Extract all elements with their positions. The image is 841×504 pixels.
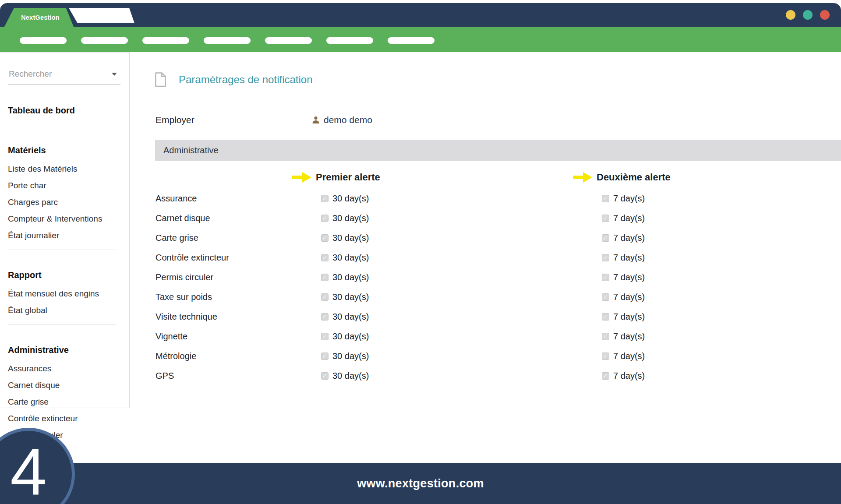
alert-columns-header: Premier alerte Deuxième alerte [130,171,841,184]
alert-days-value: 7 day(s) [613,194,645,204]
search-placeholder: Rechercher [9,69,52,79]
control-dot-teal[interactable] [803,10,813,20]
alert-days-value: 30 day(s) [332,331,369,342]
menu-item-placeholder[interactable] [204,37,251,44]
row-label: GPS [155,371,321,381]
table-row: Visite technique30 day(s)7 day(s) [130,307,841,327]
sidebar-item[interactable]: État global [8,306,120,315]
alert-cell: 7 day(s) [602,371,841,381]
sidebar-item[interactable]: État mensuel des engins [8,289,120,299]
alert-days-value: 30 day(s) [332,213,369,223]
alert-cell: 30 day(s) [321,233,602,243]
sidebar-section-heading: Rapport [8,270,120,280]
employer-label: Employer [155,115,312,125]
sidebar-item[interactable]: Carnet disque [8,381,120,390]
menu-item-placeholder[interactable] [142,37,189,44]
control-dot-red[interactable] [820,10,830,20]
alert-cell: 30 day(s) [321,331,602,342]
alert-days-value: 30 day(s) [332,371,369,381]
sidebar-divider [8,125,116,125]
checkbox-icon[interactable] [321,195,329,202]
checkbox-icon[interactable] [602,254,609,261]
footer: www.nextgestion.com [0,463,841,504]
sidebar-item[interactable]: État journalier [8,231,120,240]
alert-cell: 7 day(s) [602,213,841,223]
checkbox-icon[interactable] [602,195,609,202]
table-row: Métrologie30 day(s)7 day(s) [130,346,841,366]
checkbox-icon[interactable] [321,333,329,340]
main-menubar [0,27,841,52]
app-window: NextGestion Rechercher Tableau de bordMa… [0,3,841,504]
table-row: Vignette30 day(s)7 day(s) [130,327,841,346]
page-number: 4 [10,439,46,504]
alert-cell: 30 day(s) [321,272,602,282]
checkbox-icon[interactable] [321,293,329,301]
alert-cell: 7 day(s) [602,272,841,282]
checkbox-icon[interactable] [602,234,609,242]
alert-days-value: 7 day(s) [613,213,645,223]
checkbox-icon[interactable] [602,274,609,281]
table-row: Permis circuler30 day(s)7 day(s) [130,268,841,287]
checkbox-icon[interactable] [321,215,329,222]
employer-value[interactable]: demo demo [324,115,372,125]
section-header-bar: Administrative [155,140,841,161]
alert-days-value: 30 day(s) [332,194,369,204]
checkbox-icon[interactable] [321,254,329,261]
menu-item-placeholder[interactable] [265,37,312,44]
alert-days-value: 7 day(s) [613,253,645,263]
menu-item-placeholder[interactable] [20,37,67,44]
row-label: Contrôle extincteur [155,253,321,263]
search-input[interactable]: Rechercher [8,68,120,85]
row-label: Taxe sur poids [155,292,321,302]
sidebar-item[interactable]: Assurances [8,364,120,374]
alert-rows: Assurance30 day(s)7 day(s)Carnet disque3… [130,189,841,386]
second-alert-label: Deuxième alerte [597,172,671,183]
alert-days-value: 7 day(s) [613,292,645,302]
footer-website: www.nextgestion.com [357,477,484,490]
chevron-down-icon [112,73,117,76]
menu-item-placeholder[interactable] [388,37,435,44]
checkbox-icon[interactable] [602,372,609,380]
row-label: Carte grise [155,233,321,243]
table-row: Taxe sur poids30 day(s)7 day(s) [130,287,841,307]
sidebar-section-heading: Matériels [8,145,120,155]
checkbox-icon[interactable] [321,352,329,360]
checkbox-icon[interactable] [602,333,609,340]
document-icon [155,72,166,87]
yellow-arrow-icon [292,171,311,183]
alert-cell: 7 day(s) [602,233,841,243]
checkbox-icon[interactable] [602,215,609,222]
sidebar-item[interactable]: Charges parc [8,197,120,207]
checkbox-icon[interactable] [602,313,609,321]
sidebar-item[interactable]: Compteur & Interventions [8,214,120,224]
control-dot-yellow[interactable] [786,10,795,20]
second-alert-header: Deuxième alerte [573,171,671,183]
sidebar-item[interactable]: Carte grise [8,397,120,407]
sidebar-section-heading[interactable]: Tableau de bord [8,106,120,116]
checkbox-icon[interactable] [602,293,609,301]
row-label: Vignette [155,331,321,342]
table-row: Carnet disque30 day(s)7 day(s) [130,208,841,228]
checkbox-icon[interactable] [602,352,609,360]
brand-name: NextGestion [18,14,60,21]
first-alert-header: Premier alerte [292,171,380,183]
checkbox-icon[interactable] [321,274,329,281]
sidebar-item[interactable]: Porte char [8,181,120,190]
sidebar-item[interactable]: Contrôle extincteur [8,414,120,423]
employer-user: demo demo [312,115,372,125]
table-row: GPS30 day(s)7 day(s) [130,366,841,386]
alert-cell: 30 day(s) [321,292,602,302]
checkbox-icon[interactable] [321,234,329,242]
alert-days-value: 7 day(s) [613,272,645,282]
checkbox-icon[interactable] [321,313,329,321]
row-label: Carnet disque [155,213,321,223]
sidebar-item[interactable]: Liste des Matériels [8,164,120,174]
row-label: Visite technique [155,312,321,322]
titlebar: NextGestion [0,3,841,27]
checkbox-icon[interactable] [321,372,329,380]
alert-cell: 7 day(s) [602,331,841,342]
menu-item-placeholder[interactable] [326,37,373,44]
person-icon [312,116,320,124]
window-controls [786,10,830,20]
menu-item-placeholder[interactable] [81,37,128,44]
